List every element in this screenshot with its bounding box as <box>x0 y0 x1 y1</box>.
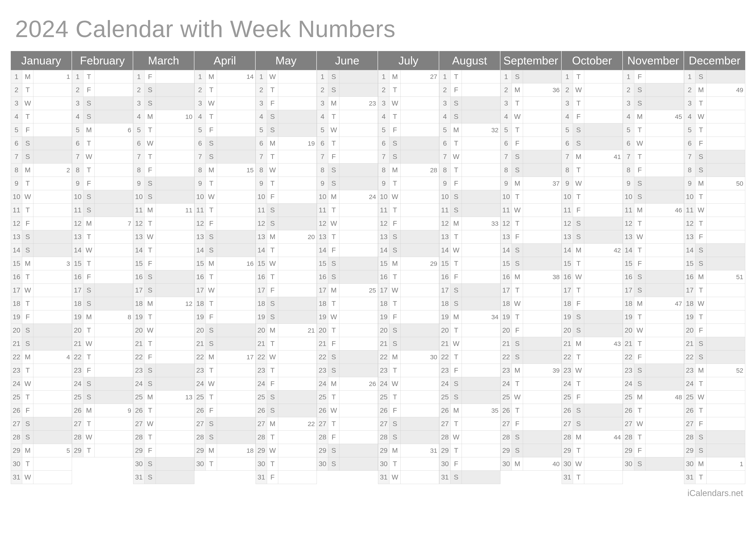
day-of-week: F <box>83 364 94 377</box>
day-of-week: T <box>83 137 94 150</box>
week-number <box>645 257 684 270</box>
week-number <box>707 110 745 123</box>
day-number: 26 <box>256 404 267 417</box>
day-number: 28 <box>500 431 512 444</box>
day-of-week: T <box>451 324 462 337</box>
week-number: 50 <box>707 177 745 190</box>
day-row: 4S <box>256 110 317 123</box>
week-number <box>33 190 72 203</box>
day-row: 9M37 <box>500 177 562 190</box>
day-of-week: M <box>573 243 584 257</box>
week-number: 12 <box>156 297 194 310</box>
day-of-week: M <box>22 164 33 177</box>
day-number: 18 <box>378 297 390 310</box>
week-number <box>339 70 378 83</box>
day-number: 14 <box>133 243 145 257</box>
day-of-week: W <box>83 150 94 163</box>
week-number <box>217 431 256 444</box>
week-number <box>278 391 316 404</box>
day-of-week: S <box>83 377 94 390</box>
day-of-week: S <box>328 350 339 364</box>
day-of-week: T <box>573 284 584 297</box>
day-number: 16 <box>133 270 145 284</box>
week-number <box>645 457 684 470</box>
week-number <box>462 83 500 96</box>
day-row: 15F <box>133 257 194 270</box>
day-number: 1 <box>623 70 634 83</box>
week-number <box>94 257 133 270</box>
day-number: 31 <box>11 471 22 484</box>
day-number: 8 <box>440 164 451 177</box>
day-number: 29 <box>562 444 573 457</box>
week-number <box>645 350 684 364</box>
week-number: 11 <box>156 204 194 217</box>
day-number: 29 <box>684 444 695 457</box>
week-number <box>401 230 439 243</box>
week-number <box>645 243 684 257</box>
week-number <box>217 391 256 404</box>
week-number <box>462 337 500 350</box>
day-row: 22M17 <box>194 350 256 364</box>
day-number: 9 <box>500 177 512 190</box>
day-number: 24 <box>195 377 206 390</box>
day-row: 8T <box>562 164 623 177</box>
week-number <box>645 177 684 190</box>
week-number <box>584 444 623 457</box>
day-number: 11 <box>317 204 328 217</box>
day-of-week: T <box>451 257 462 270</box>
day-number: 24 <box>317 377 328 390</box>
day-number: 17 <box>440 284 451 297</box>
day-number: 16 <box>378 270 390 284</box>
day-of-week: M <box>83 404 94 417</box>
day-number: 9 <box>623 177 634 190</box>
day-of-week: S <box>206 431 217 444</box>
day-number: 23 <box>500 364 512 377</box>
week-number: 14 <box>217 70 256 83</box>
day-row: 2M49 <box>684 83 745 97</box>
day-of-week: S <box>145 97 156 110</box>
week-number <box>278 164 316 177</box>
week-number <box>339 217 378 230</box>
day-row: 28W <box>72 431 133 444</box>
day-row: 1S <box>684 70 745 83</box>
day-of-week: T <box>634 217 645 230</box>
day-of-week: M <box>512 83 523 96</box>
day-row: 2S <box>133 83 194 97</box>
day-of-week: F <box>695 230 707 243</box>
day-number: 7 <box>684 150 695 163</box>
day-row: 1M27 <box>378 70 439 83</box>
day-of-week: W <box>22 97 33 110</box>
day-number: 8 <box>623 164 634 177</box>
day-row: 28W <box>439 431 500 444</box>
week-number <box>33 83 72 96</box>
day-row: 20S <box>11 324 72 337</box>
week-number <box>156 364 194 377</box>
day-row: 17W <box>378 284 439 297</box>
day-number: 29 <box>317 444 328 457</box>
day-of-week: M <box>695 270 707 284</box>
day-row: 27T <box>439 417 500 431</box>
day-row: 20W <box>623 324 684 337</box>
week-number <box>645 337 684 350</box>
week-number <box>156 324 194 337</box>
week-number <box>339 337 378 350</box>
day-of-week: S <box>451 110 462 123</box>
day-row: 5F <box>194 123 256 137</box>
day-row: 29T <box>562 444 623 457</box>
week-number <box>584 230 623 243</box>
week-number <box>523 190 561 203</box>
day-number: 8 <box>500 164 512 177</box>
day-of-week: S <box>634 457 645 470</box>
day-row: 29T <box>439 444 500 457</box>
day-of-week: S <box>573 123 584 137</box>
week-number <box>217 230 256 243</box>
day-row: 16T <box>378 270 439 284</box>
week-number <box>707 123 745 137</box>
day-number: 7 <box>440 150 451 163</box>
day-of-week: T <box>634 337 645 350</box>
day-number: 19 <box>623 310 634 323</box>
day-number: 14 <box>500 243 512 257</box>
day-row: 27W <box>623 417 684 431</box>
week-number <box>33 391 72 404</box>
day-number: 13 <box>72 230 83 243</box>
